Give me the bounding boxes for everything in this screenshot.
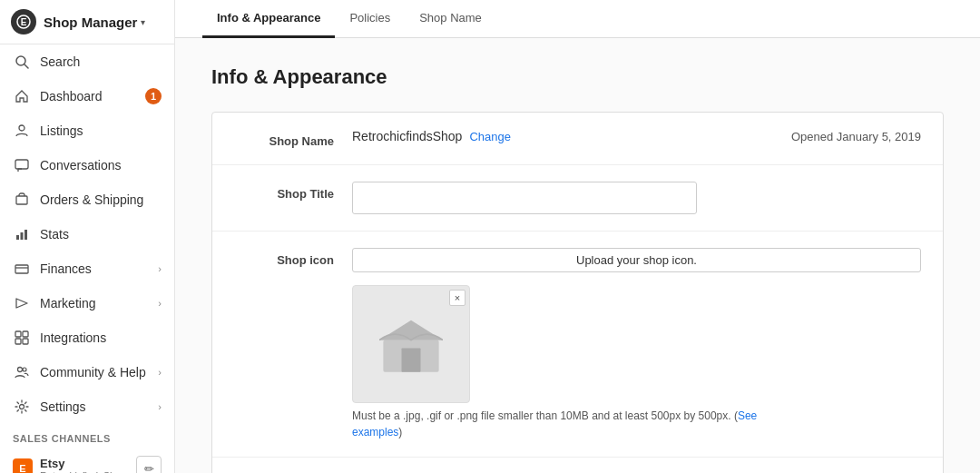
shop-name-value: RetrochicfindsShop (352, 129, 462, 143)
svg-rect-10 (15, 265, 28, 273)
sidebar-item-community-help[interactable]: Community & Help › (0, 355, 174, 389)
icon-helper-part1: Must be a .jpg, .gif or .png file smalle… (352, 409, 738, 422)
dropdown-arrow: ▾ (141, 17, 145, 27)
icon-close-button[interactable]: × (449, 290, 466, 306)
svg-marker-12 (16, 299, 27, 308)
etsy-shop-name: RetrochicfindsShop (40, 470, 136, 474)
dashboard-badge: 1 (145, 88, 162, 104)
chevron-right-icon: › (158, 367, 162, 378)
sidebar-item-search[interactable]: Search (0, 44, 174, 79)
svg-rect-14 (23, 331, 28, 337)
orders-icon (13, 191, 31, 209)
sidebar-item-label: Orders & Shipping (40, 192, 162, 207)
chevron-right-icon: › (158, 298, 162, 309)
tab-shop-name[interactable]: Shop Name (405, 0, 496, 38)
dashboard-icon (13, 87, 31, 105)
icon-preview-box: × (352, 285, 470, 403)
listings-icon (13, 122, 31, 140)
svg-rect-8 (21, 232, 24, 240)
shop-icon-row: Shop icon Upload your shop icon. × Mus (212, 232, 943, 458)
form-card: Shop Name RetrochicfindsShop Change Open… (211, 112, 944, 473)
sales-channels-section: SALES CHANNELS E Etsy RetrochicfindsShop… (0, 424, 174, 473)
tabs-bar: Info & Appearance Policies Shop Name (175, 0, 980, 38)
finances-icon (13, 260, 31, 278)
receipt-banner-row: Order Receipt Banner Choose File no file… (212, 458, 943, 473)
shop-title-label: Shop Title (234, 182, 352, 201)
sidebar-item-settings[interactable]: Settings › (0, 389, 174, 424)
svg-rect-5 (15, 160, 28, 169)
sidebar-item-label: Finances (40, 261, 158, 276)
sidebar-item-label: Marketing (40, 296, 158, 310)
svg-point-17 (18, 368, 23, 372)
shop-icon-label: Shop icon (234, 248, 352, 267)
shop-name-change-link[interactable]: Change (469, 130, 511, 143)
svg-rect-7 (16, 235, 19, 240)
svg-line-3 (24, 64, 28, 68)
icon-helper-text: Must be a .jpg, .gif or .png file smalle… (352, 408, 921, 440)
marketing-icon (13, 294, 31, 312)
svg-point-18 (23, 368, 26, 371)
svg-rect-9 (24, 230, 27, 240)
integrations-icon (13, 329, 31, 347)
tab-policies[interactable]: Policies (335, 0, 405, 38)
shop-title-field (352, 182, 921, 214)
shop-name-label: Shop Name (234, 129, 352, 148)
sidebar-item-finances[interactable]: Finances › (0, 251, 174, 286)
sidebar-item-label: Conversations (40, 158, 162, 172)
shop-title-row: Shop Title (212, 165, 943, 232)
sidebar-item-label: Search (40, 54, 162, 69)
shop-manager-title: Shop Manager (44, 15, 137, 30)
svg-rect-15 (15, 339, 21, 344)
sidebar-item-stats[interactable]: Stats (0, 217, 174, 251)
icon-helper-part2: ) (398, 426, 402, 439)
sidebar-item-conversations[interactable]: Conversations (0, 148, 174, 182)
etsy-channel-item[interactable]: E Etsy RetrochicfindsShop ✏ (0, 448, 174, 473)
svg-point-19 (20, 405, 24, 409)
shop-manager-icon: E (11, 9, 36, 34)
store-placeholder-icon (379, 312, 443, 376)
shop-title-input[interactable] (352, 182, 697, 214)
sidebar-item-label: Stats (40, 227, 162, 241)
sidebar-item-integrations[interactable]: Integrations (0, 320, 174, 355)
sidebar-item-label: Dashboard (40, 89, 145, 103)
main-content: Info & Appearance Policies Shop Name Inf… (175, 0, 980, 473)
svg-point-4 (19, 125, 24, 131)
sidebar: E Shop Manager ▾ Search Dashboard 1 List (0, 0, 175, 473)
sidebar-item-label: Settings (40, 399, 158, 414)
content-area: Info & Appearance Shop Name Retrochicfin… (175, 38, 980, 473)
shop-name-row: Shop Name RetrochicfindsShop Change Open… (212, 113, 943, 165)
sidebar-nav: Search Dashboard 1 Listings Conversation… (0, 44, 174, 424)
etsy-name: Etsy (40, 457, 136, 470)
svg-rect-13 (15, 331, 21, 337)
sidebar-header[interactable]: E Shop Manager ▾ (0, 0, 174, 44)
svg-rect-16 (23, 339, 28, 344)
sidebar-item-label: Integrations (40, 330, 162, 345)
sidebar-item-marketing[interactable]: Marketing › (0, 286, 174, 320)
etsy-icon: E (13, 458, 33, 473)
search-icon (13, 53, 31, 71)
svg-marker-21 (379, 320, 443, 340)
conversations-icon (13, 156, 31, 174)
stats-icon (13, 225, 31, 243)
shop-icon-field: Upload your shop icon. × Must be a .jpg,… (352, 248, 921, 440)
svg-rect-22 (402, 348, 421, 371)
tab-info-appearance[interactable]: Info & Appearance (202, 0, 335, 38)
sidebar-item-listings[interactable]: Listings (0, 113, 174, 148)
etsy-edit-button[interactable]: ✏ (136, 456, 162, 473)
svg-text:E: E (21, 17, 27, 27)
sidebar-item-label: Community & Help (40, 365, 158, 379)
chevron-right-icon: › (158, 401, 162, 412)
sidebar-item-label: Listings (40, 123, 162, 138)
sales-channels-header: SALES CHANNELS (0, 424, 174, 448)
upload-icon-button[interactable]: Upload your shop icon. (352, 248, 921, 272)
settings-icon (13, 398, 31, 416)
shop-name-field: RetrochicfindsShop Change Opened January… (352, 129, 921, 143)
etsy-info: Etsy RetrochicfindsShop (40, 457, 136, 474)
community-icon (13, 363, 31, 381)
chevron-right-icon: › (158, 263, 162, 274)
sidebar-item-dashboard[interactable]: Dashboard 1 (0, 79, 174, 113)
sidebar-item-orders-shipping[interactable]: Orders & Shipping (0, 182, 174, 217)
svg-rect-6 (16, 196, 27, 204)
page-title: Info & Appearance (211, 65, 944, 89)
shop-opened-date: Opened January 5, 2019 (791, 130, 921, 143)
